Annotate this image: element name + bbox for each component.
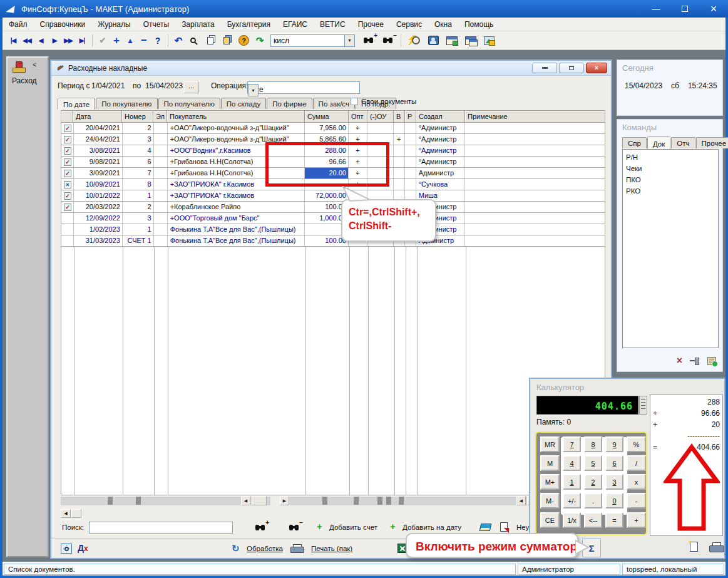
settings-icon[interactable] [61, 544, 72, 554]
commands-tab-3[interactable]: Прочее [696, 137, 728, 148]
h-scrollbar[interactable]: ◀ ▶ ◀ [61, 496, 605, 505]
print-tape-icon[interactable] [709, 542, 723, 552]
table-row[interactable]: 1/02/20231Фонькина Т.А"Все для Вас",(Пыш… [61, 224, 605, 235]
new-window-icon[interactable] [446, 36, 458, 45]
fast-filter-icon[interactable] [409, 36, 420, 46]
processing-button[interactable]: Обработка [247, 545, 283, 552]
add-icon[interactable]: + [390, 521, 396, 532]
pin-icon[interactable] [690, 357, 700, 364]
column-header-0[interactable] [61, 110, 73, 123]
scroll-left-button[interactable]: ◀ [61, 509, 71, 518]
calc-key-/[interactable]: / [627, 455, 646, 471]
window-restore-button[interactable] [559, 63, 584, 73]
command-item-1[interactable]: Чеки [626, 163, 715, 174]
window-minimize-button[interactable] [532, 63, 557, 73]
own-documents-checkbox[interactable] [351, 98, 358, 105]
processing-icon[interactable]: ↻ [232, 543, 240, 554]
user-catalog-icon[interactable] [428, 36, 439, 45]
menu-item-2[interactable]: Журналы [91, 18, 136, 31]
column-header-5[interactable]: Сумма [305, 110, 349, 123]
nav-button-1[interactable]: ◀◀ [20, 34, 34, 48]
calc-key-MR[interactable]: MR [540, 436, 560, 452]
search-icon[interactable] [190, 38, 196, 43]
commands-tab-0[interactable]: Спр [622, 137, 647, 148]
table-row[interactable]: ✓20/03/20222+Кораблинское Райпо100.00°Ад… [61, 202, 605, 213]
delete-command-icon[interactable]: × [677, 355, 682, 366]
column-header-6[interactable]: Опт [349, 110, 367, 123]
calc-key-.[interactable]: . [584, 493, 602, 508]
delete-record-button[interactable]: − [137, 34, 151, 48]
table-row[interactable]: 31/03/2023СЧЕТ 1Фонькина Т.А"Все для Вас… [61, 235, 605, 247]
app-minimize-button[interactable]: — [642, 0, 670, 18]
calc-key-1/x[interactable]: 1/x [563, 512, 581, 528]
operation-combo[interactable]: Все ▼ [247, 81, 360, 94]
menu-item-7[interactable]: ВЕТИС [314, 18, 352, 31]
quick-search-input[interactable] [270, 34, 344, 47]
command-item-0[interactable]: Р/Н [626, 152, 715, 163]
menu-item-3[interactable]: Отчеты [137, 18, 175, 31]
table-row[interactable]: 12/09/20223+ООО"Торговый дом "Барс"1,000… [61, 213, 605, 224]
find-prev-icon[interactable]: − [382, 36, 393, 44]
calc-key-M-[interactable]: M- [540, 493, 560, 508]
column-header-9[interactable]: Р [405, 110, 416, 123]
calc-key-2[interactable]: 2 [584, 474, 602, 490]
nav-button-0[interactable]: |◀ [6, 34, 20, 48]
doc-tab-1[interactable]: По покупателю [96, 98, 157, 109]
menu-item-0[interactable]: Файл [3, 18, 34, 31]
doc-tab-2[interactable]: По получателю [158, 98, 220, 109]
copy-icon[interactable] [207, 37, 213, 44]
calc-key-3[interactable]: 3 [605, 474, 623, 490]
redo-icon[interactable]: ↷ [253, 34, 267, 48]
add-icon[interactable]: + [317, 521, 322, 532]
column-header-11[interactable]: Примечание [465, 110, 605, 123]
find-next-icon[interactable]: + [363, 36, 374, 44]
edit-record-button[interactable]: ▲ [123, 34, 137, 48]
notebook-check-icon[interactable] [707, 357, 716, 365]
menu-item-5[interactable]: Бухгалтерия [221, 18, 277, 31]
add-record-button[interactable]: + [110, 34, 123, 48]
undo-icon[interactable]: ↶ [172, 34, 185, 48]
period-from-value[interactable]: 1/04/2021 [91, 81, 125, 90]
doc-tab-3[interactable]: По складу [221, 98, 266, 109]
doc-tab-5[interactable]: По зак/сч [313, 98, 355, 109]
period-to-value[interactable]: 15/04/2023 [145, 81, 183, 90]
command-item-2[interactable]: ПКО [626, 174, 715, 185]
calc-key-4[interactable]: 4 [563, 455, 581, 471]
quick-search-dropdown-button[interactable]: ▼ [344, 34, 355, 47]
calc-key-CE[interactable]: CE [540, 512, 560, 528]
doc-tab-4[interactable]: По фирме [267, 98, 312, 109]
calc-key-+/-[interactable]: +/- [563, 493, 581, 508]
menu-item-8[interactable]: Прочее [352, 18, 390, 31]
calc-key-=[interactable]: = [605, 512, 623, 528]
app-close-button[interactable]: × [699, 0, 728, 18]
printer-icon[interactable] [290, 544, 303, 554]
nav-button-3[interactable]: ▶ [48, 34, 61, 48]
calc-key-6[interactable]: 6 [605, 455, 623, 471]
commands-tab-2[interactable]: Отч [671, 137, 695, 148]
dx-icon[interactable]: Дх [78, 543, 88, 553]
menu-item-4[interactable]: Зарплата [175, 18, 221, 31]
context-help-icon[interactable]: ? [238, 35, 249, 46]
menu-item-1[interactable]: Справочники [34, 18, 92, 31]
calc-key-+[interactable]: + [627, 512, 646, 528]
calc-key-M[interactable]: M [540, 455, 560, 471]
period-picker-button[interactable]: ... [184, 81, 199, 93]
image-lock-icon[interactable] [484, 36, 495, 45]
calc-key-M+[interactable]: M+ [540, 474, 560, 490]
menu-item-10[interactable]: Окна [428, 18, 458, 31]
calc-key-0[interactable]: 0 [605, 493, 623, 508]
table-row[interactable]: ✓10/01/20221+ЗАО"ПРИОКА" г.Касимов72,000… [61, 190, 605, 202]
calc-key--[interactable]: - [627, 493, 646, 508]
cascade-windows-icon[interactable] [465, 36, 476, 45]
help-button[interactable]: ? [151, 34, 165, 48]
print-pack-button[interactable]: Печать (пак) [311, 545, 352, 552]
nav-button-5[interactable]: ▶| [75, 34, 89, 48]
confirm-button[interactable]: ✔ [96, 34, 110, 48]
calc-key-7[interactable]: 7 [563, 436, 581, 452]
book-icon[interactable] [479, 524, 492, 531]
app-maximize-button[interactable] [670, 0, 699, 18]
doc-tab-0[interactable]: По дате [58, 98, 95, 110]
calculator-spin-control[interactable] [639, 396, 647, 415]
search-next-icon[interactable]: + [255, 524, 265, 532]
search-prev-icon[interactable]: − [289, 524, 299, 532]
